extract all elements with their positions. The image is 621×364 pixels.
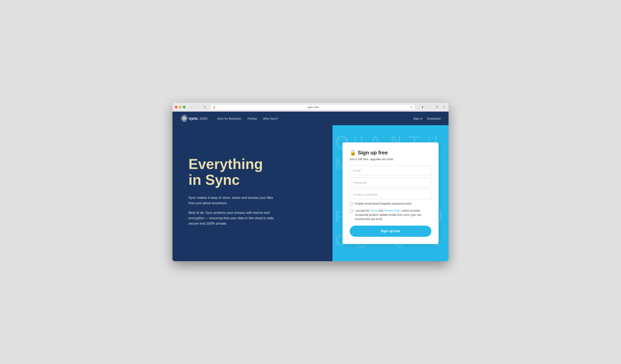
terms-text-part1: I accept the: [355, 209, 370, 212]
password-input[interactable]: [350, 178, 431, 187]
card-subtitle: Get 5 GB free, upgrade any time.: [350, 157, 431, 161]
back-button[interactable]: ‹: [189, 105, 194, 110]
terms-checkbox[interactable]: [350, 209, 353, 212]
nav-buttons: ‹ ›: [189, 105, 200, 110]
right-panel: Q U A N T U M C R Y P T F I L E S: [332, 125, 448, 261]
logo-domain: .com: [199, 116, 207, 121]
card-title: 🔒 Sign up free: [350, 149, 431, 156]
site-main: Everything in Sync Sync makes it easy to…: [172, 125, 448, 261]
website-content: ⟳ sync.com Sync for Business Pricing Why…: [172, 112, 448, 261]
browser-titlebar: ‹ › ⊡ 🔒 sync.com ↻ ⬇ ↑ ❐ +: [172, 103, 448, 112]
svg-text:⟳: ⟳: [183, 116, 186, 120]
address-bar[interactable]: 🔒 sync.com ↻: [211, 104, 415, 110]
share-browser-button[interactable]: ↑: [427, 105, 432, 110]
logo-icon: ⟳: [180, 115, 188, 122]
forgotten-password-row: Enable email-based forgotten password re…: [350, 202, 431, 206]
sign-in-link[interactable]: Sign in: [413, 117, 422, 120]
lock-icon: 🔒: [350, 149, 356, 156]
terms-text-part2: and: [378, 209, 384, 212]
download-browser-button[interactable]: ⬇: [420, 105, 425, 110]
url-text: sync.com: [217, 106, 409, 109]
sidebar-browser-button[interactable]: ❐: [434, 105, 440, 110]
nav-links: Sync for Business Pricing Why Sync?: [217, 117, 278, 120]
minimize-traffic-light[interactable]: [179, 106, 181, 108]
traffic-lights: [175, 106, 186, 108]
signup-button[interactable]: Sign up free: [350, 226, 431, 237]
nav-link-business[interactable]: Sync for Business: [217, 117, 241, 120]
forward-button[interactable]: ›: [195, 105, 200, 110]
left-panel: Everything in Sync Sync makes it easy to…: [172, 125, 332, 261]
confirm-password-input[interactable]: [350, 190, 431, 199]
terms-label: I accept the Terms and Privacy Policy wh…: [355, 209, 431, 221]
browser-actions: ⬇ ↑ ❐: [420, 105, 440, 110]
logo[interactable]: ⟳ sync.com: [180, 115, 207, 122]
privacy-policy-link[interactable]: Privacy Policy: [384, 209, 401, 212]
terms-row: I accept the Terms and Privacy Policy wh…: [350, 209, 431, 221]
tab-bar: ⊡: [202, 105, 207, 110]
close-traffic-light[interactable]: [175, 106, 177, 108]
download-link[interactable]: Download: [427, 117, 441, 120]
hero-title-line2: in Sync: [189, 172, 240, 188]
browser-window: ‹ › ⊡ 🔒 sync.com ↻ ⬇ ↑ ❐ +: [172, 103, 448, 261]
hero-desc-1: Sync makes it easy to store, share and a…: [189, 195, 276, 206]
maximize-traffic-light[interactable]: [183, 106, 186, 108]
forgotten-password-checkbox[interactable]: [350, 202, 353, 205]
email-input[interactable]: [350, 165, 431, 175]
ssl-lock-icon: 🔒: [213, 106, 216, 108]
nav-link-pricing[interactable]: Pricing: [247, 117, 257, 120]
nav-right: Sign in Download: [413, 117, 441, 120]
forgotten-password-label: Enable email-based forgotten password re…: [355, 202, 412, 206]
hero-title: Everything in Sync: [189, 156, 321, 188]
hero-title-line1: Everything: [189, 156, 263, 172]
card-title-text: Sign up free: [358, 149, 388, 156]
add-tab-button[interactable]: +: [441, 105, 446, 110]
signup-card: 🔒 Sign up free Get 5 GB free, upgrade an…: [343, 142, 439, 244]
terms-link[interactable]: Terms: [370, 209, 378, 212]
reload-button[interactable]: ↻: [411, 106, 413, 109]
hero-desc-2: Best of all, Sync protects your privacy …: [189, 210, 276, 226]
nav-link-why-sync[interactable]: Why Sync?: [263, 117, 278, 120]
logo-name: sync: [189, 116, 198, 121]
tab-button[interactable]: ⊡: [202, 105, 207, 110]
site-nav: ⟳ sync.com Sync for Business Pricing Why…: [172, 112, 448, 125]
